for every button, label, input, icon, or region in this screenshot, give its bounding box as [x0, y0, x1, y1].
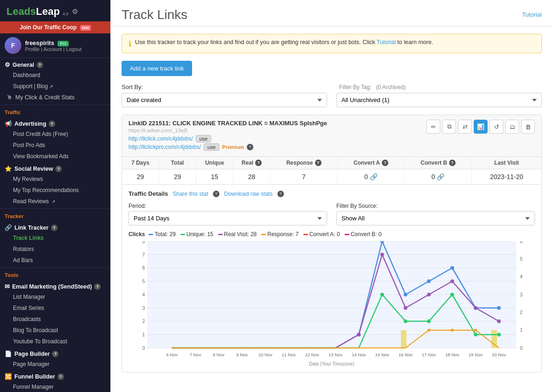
svg-point-35 — [357, 333, 360, 336]
sidebar-advertising-group[interactable]: 📢 Advertising ? — [0, 117, 110, 129]
period-label: Period: — [129, 203, 327, 209]
svg-point-46 — [474, 333, 477, 336]
info-tutorial-link[interactable]: Tutorial — [377, 39, 396, 45]
sidebar-item-broadcasts[interactable]: Broadcasts — [0, 314, 110, 325]
info-banner: ℹ Use this tracker to track your links a… — [122, 34, 542, 53]
sidebar-funnel-builder-group[interactable]: 🔀 Funnel Builder ? — [0, 370, 110, 381]
sidebar-item-track-links[interactable]: Track Links — [0, 232, 110, 244]
sidebar-item-youtube-to-broadcast[interactable]: Youtube To Broadcast — [0, 336, 110, 347]
legend-unique-text: Unique: 15 — [186, 231, 213, 238]
short-url-1[interactable]: http://llclick.com/c4jddxbs/ — [129, 135, 193, 142]
general-help-icon[interactable]: ? — [37, 62, 43, 68]
delete-button[interactable]: 🗑 — [521, 120, 535, 134]
sidebar-item-post-credit-ads[interactable]: Post Credit Ads (Free) — [0, 129, 110, 140]
clicks-legend-label: Clicks — [129, 231, 145, 238]
svg-text:7 Nov: 7 Nov — [190, 352, 201, 357]
main-content: Track Links Tutorial ℹ Use this tracker … — [110, 0, 553, 392]
copy-button[interactable]: ⧉ — [442, 120, 456, 134]
convert-a-link-icon[interactable]: 🔗 — [370, 173, 378, 180]
sidebar-item-click-credit[interactable]: 🖱 My Click & Credit Stats — [0, 92, 110, 103]
sidebar-item-page-manager[interactable]: Page Manager — [0, 359, 110, 370]
user-links: Profile | Account | Logout — [25, 46, 106, 52]
advertising-help-icon[interactable]: ? — [49, 121, 55, 127]
click-credit-label: My Click & Credit Stats — [15, 94, 75, 101]
legend-convert-b: Convert B: 0 — [345, 231, 382, 238]
account-link[interactable]: Account — [44, 46, 62, 52]
filter-by-tag-select[interactable]: All Unarchived (1) — [336, 93, 542, 107]
sidebar-general-group[interactable]: ⚙ General ? — [0, 58, 110, 70]
real-help-icon[interactable]: ? — [255, 160, 262, 166]
convert-b-link-icon[interactable]: 🔗 — [437, 173, 444, 180]
sort-by-select[interactable]: Date created Date updated Name — [122, 93, 327, 107]
sidebar-item-read-reviews[interactable]: Read Reviews ↗ — [0, 196, 110, 207]
blog-label[interactable]: Blog — [37, 83, 48, 90]
sort-by-label: Sort By: — [122, 84, 327, 90]
edit-button[interactable]: ✏ — [426, 120, 440, 134]
sidebar-item-dashboard[interactable]: Dashboard — [0, 70, 110, 81]
use-button-2[interactable]: use — [204, 143, 219, 151]
chart-container: 8 7 6 5 4 3 2 1 0 6 5 4 3 2 — [129, 241, 535, 366]
sidebar-item-top-recommendations[interactable]: My Top Recommendations — [0, 185, 110, 196]
content-area: ℹ Use this tracker to track your links a… — [110, 26, 553, 387]
svg-point-41 — [497, 320, 501, 323]
tutorial-link[interactable]: Tutorial — [522, 11, 542, 18]
period-select[interactable]: Past 14 Days Past 7 Days Past 30 Days Cu… — [129, 211, 327, 225]
svg-text:2: 2 — [520, 310, 523, 315]
share-button[interactable]: ⇄ — [458, 120, 472, 134]
add-track-link-button[interactable]: Add a new track link — [122, 61, 192, 76]
sidebar-item-my-reviews[interactable]: My Reviews — [0, 174, 110, 185]
svg-point-32 — [450, 266, 454, 270]
response-help-icon[interactable]: ? — [315, 160, 322, 166]
chart-button[interactable]: 📊 — [474, 120, 488, 134]
svg-text:3: 3 — [142, 306, 145, 311]
sidebar-item-post-pro-ads[interactable]: Post Pro Ads — [0, 140, 110, 151]
legend-convert-b-dot — [345, 234, 349, 235]
convert-a-help-icon[interactable]: ? — [382, 160, 388, 166]
sidebar-item-funnel-manager[interactable]: Funnel Manager — [0, 381, 110, 392]
filter-row: Sort By: Date created Date updated Name … — [122, 84, 542, 107]
stat-header-response: Response ? — [270, 157, 338, 169]
funnel-builder-help-icon[interactable]: ? — [58, 373, 64, 380]
sidebar-item-email-series[interactable]: Email Series — [0, 302, 110, 314]
info-icon: ℹ — [129, 39, 131, 48]
sidebar-page-builder-group[interactable]: 📄 Page Builder ? — [0, 347, 110, 359]
svg-text:2: 2 — [142, 319, 145, 324]
logout-link[interactable]: Logout — [66, 46, 82, 52]
link-tracker-help-icon[interactable]: ? — [51, 225, 58, 231]
sidebar-social-review-group[interactable]: ⭐ Social Review ? — [0, 162, 110, 174]
join-coop-button[interactable]: Join Our Traffic Coop Hot — [0, 21, 110, 33]
use-button-1[interactable]: use — [196, 135, 212, 142]
advertising-label: Advertising — [14, 121, 46, 127]
svg-point-30 — [404, 293, 407, 296]
short-url-2[interactable]: http://llclickpro.com/c4jddxbs/ — [129, 144, 201, 150]
share-stat-link[interactable]: Share this stat — [173, 191, 208, 197]
sidebar-item-list-manager[interactable]: List Manager — [0, 291, 110, 302]
svg-text:4: 4 — [520, 275, 523, 280]
svg-rect-27 — [491, 330, 497, 348]
page-builder-help-icon[interactable]: ? — [52, 351, 58, 357]
track-actions: ✏ ⧉ ⇄ 📊 ↺ 🗂 🗑 — [426, 120, 535, 134]
sidebar-email-marketing-group[interactable]: ✉ Email Marketing (SendSteed) ? — [0, 280, 110, 291]
download-raw-link[interactable]: Download raw stats — [224, 191, 273, 197]
reset-button[interactable]: ↺ — [489, 120, 503, 134]
sidebar-link-tracker-group[interactable]: 🔗 Link Tracker ? — [0, 221, 110, 232]
convert-b-help-icon[interactable]: ? — [449, 160, 456, 166]
premium-help-icon[interactable]: ? — [247, 144, 253, 150]
sidebar-item-ad-bars[interactable]: Ad Bars — [0, 255, 110, 266]
social-review-help-icon[interactable]: ? — [55, 166, 62, 172]
stat-header-unique: Unique — [196, 157, 233, 169]
svg-point-45 — [450, 293, 454, 296]
email-marketing-help-icon[interactable]: ? — [94, 283, 101, 290]
archive-button[interactable]: 🗂 — [505, 120, 519, 134]
source-select[interactable]: Show All — [336, 211, 535, 225]
sidebar-item-rotators[interactable]: Rotators — [0, 244, 110, 255]
svg-text:14 Nov: 14 Nov — [352, 352, 366, 357]
download-help-icon[interactable]: ? — [277, 191, 284, 197]
sidebar-item-view-bookmarked[interactable]: View Bookmarked Ads — [0, 151, 110, 162]
track-link-url: https://t-adbar.com/_13ej5 — [129, 128, 426, 133]
funnel-builder-label: Funnel Builder — [14, 373, 55, 380]
profile-link[interactable]: Profile — [25, 46, 39, 52]
sidebar-item-blog-to-broadcast[interactable]: Blog To Broadcast — [0, 325, 110, 336]
share-help-icon[interactable]: ? — [213, 191, 219, 197]
support-label[interactable]: Support — [13, 83, 32, 90]
